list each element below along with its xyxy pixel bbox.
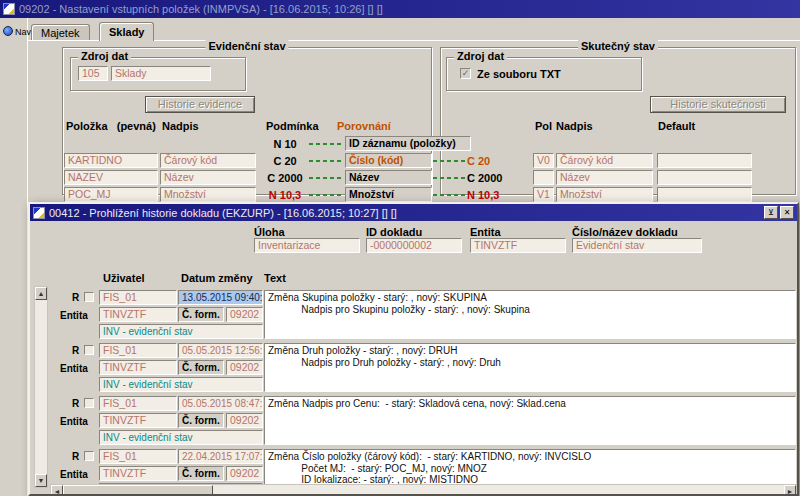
compare-dash-icon [433, 160, 465, 162]
record-checkbox[interactable] [84, 292, 94, 302]
scrollbar-track[interactable] [213, 485, 784, 496]
historie-evidence-button[interactable]: Historie evidence [145, 96, 255, 113]
compare-dash-icon [433, 177, 465, 179]
bg-table-headers: Položka (pevná) Nadpis Podmínka Porovnán… [0, 120, 800, 136]
historie-skutecnosti-button[interactable]: Historie skutečnosti [650, 96, 786, 113]
background-window-title: 09202 - Nastavení vstupních položek (INM… [19, 3, 383, 15]
nadpis-field[interactable]: Čárový kód [160, 153, 256, 168]
record-date-field[interactable]: 13.05.2015 09:40:03 [178, 290, 263, 305]
compare-dash-icon [433, 194, 465, 196]
record-user-field[interactable]: FIS_01 [99, 396, 177, 411]
pol-field[interactable]: V0 [533, 153, 554, 168]
record-entita-field[interactable]: TINVZTF [99, 413, 177, 428]
scrollbar-thumb[interactable] [63, 485, 213, 496]
compare-field: Množství [345, 187, 432, 202]
cislo-nazev-field[interactable]: Evidenční stav [572, 238, 702, 253]
record-form-number-field[interactable]: 09202 [226, 413, 263, 428]
history-window-title: 00412 - Prohlížení historie dokladu (EKZ… [49, 207, 397, 219]
record-date-field[interactable]: 05.05.2015 12:56:26 [178, 343, 263, 358]
record-user-field[interactable]: FIS_01 [99, 290, 177, 305]
header-podminka: Podmínka [266, 120, 319, 132]
record-inv-field[interactable]: INV - evidenční stav [99, 377, 263, 392]
column-uzivatel: Uživatel [103, 272, 145, 284]
podminka2-value: C 2000 [467, 172, 513, 184]
history-titlebar[interactable]: 00412 - Prohlížení historie dokladu (EKZ… [30, 204, 797, 221]
nav-label[interactable]: Nav [15, 27, 31, 37]
default-field[interactable] [657, 187, 752, 202]
record-form-number-field[interactable]: 09202 [226, 307, 263, 322]
minimize-icon[interactable]: ⊻ [764, 206, 778, 219]
nadpis2-field[interactable]: Název [556, 170, 653, 185]
ze-souboru-txt-label: Ze souboru TXT [477, 68, 561, 80]
id-dokladu-field[interactable]: -0000000002 [366, 238, 462, 253]
record-entita-field[interactable]: TINVZTF [99, 466, 177, 481]
record-text-area[interactable]: Změna Nadpis pro Cenu: - starý: Skladová… [264, 396, 796, 445]
record-inv-field[interactable]: INV - evidenční stav [99, 324, 263, 339]
record-date-field[interactable]: 05.05.2015 08:47:15 [178, 396, 263, 411]
history-record: R FIS_01 05.05.2015 12:56:26 Změna Druh … [30, 343, 799, 396]
history-record: R FIS_01 05.05.2015 08:47:15 Změna Nadpi… [30, 396, 799, 449]
record-date-field[interactable]: 22.04.2015 17:07:21 [178, 449, 263, 464]
id-dokladu-label: ID dokladu [366, 226, 422, 238]
pol-field[interactable]: V1 [533, 187, 554, 202]
record-checkbox[interactable] [84, 451, 94, 461]
tab-majetek[interactable]: Majetek [31, 24, 90, 41]
tab-majetek-label: Majetek [41, 27, 80, 39]
record-cform-label: Č. form. [178, 413, 224, 428]
record-entita-field[interactable]: TINVZTF [99, 360, 177, 375]
bg-table-row: NAZEV Název C 2000 Název C 2000 Název [0, 170, 800, 186]
entita-field[interactable]: TINVZTF [470, 238, 566, 253]
text-line: Nadpis pro Druh položky - starý: , nový:… [268, 357, 792, 369]
podminka-value: C 20 [262, 155, 308, 167]
header-nadpis: Nadpis [162, 120, 199, 132]
record-entita-label: Entita [60, 469, 88, 480]
record-entita-label: Entita [60, 416, 88, 427]
zdroj-name-field[interactable]: Sklady [111, 66, 211, 81]
nav-strip: Nav [0, 18, 28, 496]
scroll-right-icon[interactable]: ► [784, 485, 796, 496]
polozka-field[interactable]: POC_MJ [64, 187, 158, 202]
default-field[interactable] [657, 170, 752, 185]
record-user-field[interactable]: FIS_01 [99, 449, 177, 464]
pol-field[interactable] [533, 170, 554, 185]
compare-field: ID záznamu (položky) [345, 136, 471, 151]
uloha-label: Úloha [254, 226, 285, 238]
record-inv-field[interactable]: INV - evidenční stav [99, 430, 263, 445]
ze-souboru-txt-checkbox[interactable]: ✓ [460, 68, 471, 79]
polozka-field[interactable]: NAZEV [64, 170, 158, 185]
text-line: Změna Nadpis pro Cenu: - starý: Skladová… [268, 398, 792, 410]
zdroj-code-field[interactable]: 105 [78, 66, 108, 81]
record-user-field[interactable]: FIS_01 [99, 343, 177, 358]
record-form-number-field[interactable]: 09202 [226, 466, 263, 481]
compare-dash-icon [309, 177, 343, 179]
polozka-field[interactable]: KARTIDNO [64, 153, 158, 168]
uloha-field[interactable]: Inventarizace [254, 238, 360, 253]
close-icon[interactable]: ✕ [780, 206, 794, 219]
podminka-value: C 2000 [262, 172, 308, 184]
record-r-label: R [72, 345, 79, 356]
zdroj-dat-right-title: Zdroj dat [454, 50, 507, 62]
horizontal-scrollbar[interactable]: ◄ ► [50, 484, 797, 496]
nadpis2-field[interactable]: Množství [556, 187, 653, 202]
nav-icon[interactable] [3, 26, 13, 36]
text-line: Změna Druh položky - starý: , nový: DRUH [268, 345, 792, 357]
entita-label: Entita [470, 226, 501, 238]
nadpis2-field[interactable]: Čárový kód [556, 153, 653, 168]
podminka-value: N 10,3 [262, 189, 308, 201]
bg-table-row: N 10 ID záznamu (položky) [0, 136, 800, 152]
scroll-left-icon[interactable]: ◄ [51, 485, 63, 496]
column-text: Text [264, 272, 286, 284]
podminka-value: N 10 [262, 138, 308, 150]
nadpis-field[interactable]: Název [160, 170, 256, 185]
record-text-area[interactable]: Změna Skupina položky - starý: , nový: S… [264, 290, 796, 339]
default-field[interactable] [657, 153, 752, 168]
background-titlebar[interactable]: 09202 - Nastavení vstupních položek (INM… [0, 0, 800, 18]
podminka2-value: C 20 [467, 155, 513, 167]
record-checkbox[interactable] [84, 398, 94, 408]
record-text-area[interactable]: Změna Druh položky - starý: , nový: DRUH… [264, 343, 796, 392]
record-form-number-field[interactable]: 09202 [226, 360, 263, 375]
record-entita-field[interactable]: TINVZTF [99, 307, 177, 322]
record-checkbox[interactable] [84, 345, 94, 355]
tab-sklady[interactable]: Sklady [99, 22, 154, 41]
nadpis-field[interactable]: Množství [160, 187, 256, 202]
